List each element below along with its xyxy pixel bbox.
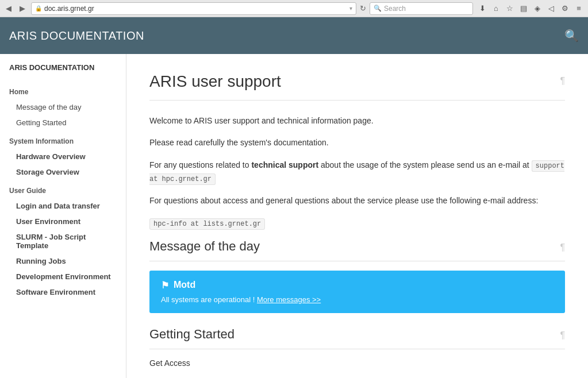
- menu-icon[interactable]: ≡: [573, 3, 585, 14]
- sidebar-section-user-guide: User Guide: [0, 180, 126, 198]
- content-area: ARIS user support ¶ Welcome to ARIS user…: [126, 54, 588, 378]
- sidebar-item-login-data-transfer[interactable]: Login and Data transfer: [0, 198, 126, 214]
- header-search-icon[interactable]: 🔍: [564, 29, 579, 43]
- reload-button[interactable]: ↻: [360, 4, 366, 13]
- getting-started-section-heading: Getting Started ¶: [149, 327, 565, 349]
- pocket-icon[interactable]: ◈: [532, 3, 543, 14]
- sidebar-section-system-info: System Information: [0, 130, 126, 149]
- browser-chrome: ◀ ▶ 🔒 doc.aris.grnet.gr ▾ ↻ 🔍 Search ⬇ ⌂…: [0, 0, 588, 17]
- hpc-email: hpc-info at lists.grnet.gr: [149, 218, 265, 230]
- motd-title-text: Motd: [174, 280, 195, 290]
- sidebar-item-getting-started[interactable]: Getting Started: [0, 115, 126, 130]
- page-heading-text: ARIS user support: [149, 72, 281, 91]
- app-header: ARIS DOCUMENTATION 🔍: [0, 17, 588, 54]
- bookmark-icon[interactable]: ☆: [504, 3, 516, 14]
- get-access-text: Get Access: [149, 358, 565, 368]
- url-text: doc.aris.grnet.gr: [44, 5, 349, 13]
- back-button[interactable]: ◀: [3, 3, 14, 14]
- browser-search-bar[interactable]: 🔍 Search: [370, 2, 473, 15]
- sidebar-item-slurm[interactable]: SLURM - Job Script Template: [0, 229, 126, 253]
- para1: Welcome to ARIS user support and technic…: [149, 114, 565, 127]
- sidebar-item-message-of-the-day[interactable]: Message of the day: [0, 99, 126, 115]
- sidebar-section-home: Home: [0, 81, 126, 99]
- lock-icon: 🔒: [35, 5, 42, 11]
- pilcrow-main: ¶: [560, 76, 565, 86]
- para3-prefix: For any questions related to: [149, 160, 251, 169]
- sidebar-item-dev-environment[interactable]: Development Environment: [0, 269, 126, 284]
- toolbar-icons: ⬇ ⌂ ☆ ▤ ◈ ◁ ⚙ ≡: [476, 3, 585, 14]
- para3-suffix: about the usage of the system please sen…: [318, 160, 529, 169]
- url-dropdown-icon: ▾: [349, 5, 352, 11]
- reader-icon[interactable]: ▤: [518, 3, 529, 14]
- sidebar-item-user-environment[interactable]: User Environment: [0, 214, 126, 229]
- sidebar-item-running-jobs[interactable]: Running Jobs: [0, 253, 126, 269]
- motd-banner-title: ⚑ Motd: [161, 280, 554, 291]
- motd-section-heading-text: Message of the day: [149, 239, 260, 254]
- home-icon[interactable]: ⌂: [490, 3, 502, 14]
- motd-section-heading: Message of the day ¶: [149, 239, 565, 261]
- pilcrow-motd: ¶: [560, 242, 565, 253]
- motd-flag-icon: ⚑: [161, 280, 169, 291]
- sidebar-doc-title: ARIS DOCUMENTATION: [0, 63, 126, 81]
- getting-started-heading-text: Getting Started: [149, 327, 235, 342]
- motd-message: All systems are operational ! More messa…: [161, 295, 554, 304]
- para3-bold: technical support: [251, 160, 318, 169]
- share-icon[interactable]: ◁: [545, 3, 557, 14]
- pilcrow-getting-started: ¶: [560, 330, 565, 341]
- sidebar-item-software-environment[interactable]: Software Environment: [0, 284, 126, 300]
- para2: Please read carefully the system's docum…: [149, 136, 565, 149]
- sidebar-item-hardware-overview[interactable]: Hardware Overview: [0, 149, 126, 164]
- download-icon[interactable]: ⬇: [476, 3, 488, 14]
- para3: For any questions related to technical s…: [149, 159, 565, 185]
- sidebar-item-storage-overview[interactable]: Storage Overview: [0, 164, 126, 180]
- app-title: ARIS DOCUMENTATION: [9, 29, 144, 43]
- browser-search-icon: 🔍: [374, 5, 382, 12]
- main-layout: ARIS DOCUMENTATION Home Message of the d…: [0, 54, 588, 378]
- motd-more-link[interactable]: More messages >>: [257, 295, 321, 304]
- forward-button[interactable]: ▶: [17, 3, 28, 14]
- tools-icon[interactable]: ⚙: [559, 3, 571, 14]
- sidebar: ARIS DOCUMENTATION Home Message of the d…: [0, 54, 126, 378]
- page-heading: ARIS user support ¶: [149, 72, 565, 101]
- url-bar[interactable]: 🔒 doc.aris.grnet.gr ▾: [31, 2, 356, 15]
- para4: For questions about access and general q…: [149, 194, 565, 207]
- motd-text-content: All systems are operational !: [161, 295, 255, 304]
- hpc-email-wrap: hpc-info at lists.grnet.gr: [149, 217, 565, 230]
- browser-search-placeholder: Search: [384, 5, 406, 13]
- motd-banner: ⚑ Motd All systems are operational ! Mor…: [149, 271, 565, 313]
